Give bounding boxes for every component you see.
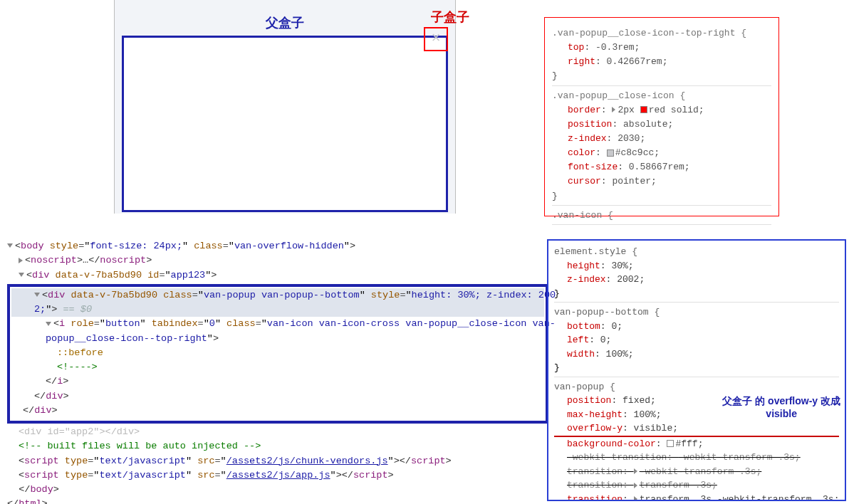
css-val: 2px — [618, 105, 640, 115]
dom-node-close[interactable]: </i> — [11, 374, 544, 389]
css-prop: -webkit-transition — [567, 452, 667, 463]
css-brace: } — [554, 288, 560, 299]
css-rule: .van-popup__close-icon--top-right { top:… — [552, 26, 771, 86]
dom-node[interactable]: <div data-v-7ba5bd90 id="app123"> — [7, 268, 548, 283]
child-box-close[interactable]: × — [424, 27, 448, 51]
css-prop: transition — [567, 466, 623, 477]
elements-panel[interactable]: <body style="font-size: 24px;" class="va… — [7, 239, 548, 504]
css-prop: position — [567, 395, 611, 406]
dom-comment[interactable]: <!-- built files will be auto injected -… — [7, 439, 548, 453]
dom-node-close[interactable]: </html> — [7, 497, 548, 504]
css-prop: z-index — [567, 274, 606, 285]
css-val: : 2030; — [607, 133, 646, 144]
css-prop: overflow-y — [567, 423, 623, 434]
css-val: : 0; — [600, 321, 623, 332]
script-src-link[interactable]: /assets2/js/app.js — [226, 470, 330, 481]
css-prop: color — [568, 147, 595, 158]
css-prop: left — [567, 335, 589, 345]
css-val: red solid; — [649, 105, 704, 115]
dom-node[interactable]: <script type="text/javascript" src="/ass… — [7, 454, 548, 468]
dom-comment[interactable]: <!----> — [11, 360, 544, 374]
parent-box: × — [122, 36, 448, 212]
css-selector: .van-popup__close-icon--top-right { — [552, 28, 746, 38]
css-val: #c8c9cc; — [615, 147, 660, 158]
css-selector: van-popup { — [554, 382, 615, 392]
css-rule: .van-popup__close-icon { border: 2px red… — [552, 89, 771, 206]
css-selector: van-popup--bottom { — [554, 307, 660, 317]
css-val: : 30%; — [600, 261, 634, 271]
close-icon: × — [431, 31, 440, 47]
expand-triangle-icon[interactable] — [19, 258, 23, 263]
css-selector: .van-icon { — [552, 210, 613, 221]
css-val: : 0.42667rem; — [595, 56, 667, 67]
dom-node[interactable]: <div id="app2"></div> — [7, 425, 548, 439]
dom-node[interactable]: <i role="button" tabindex="0" class="van… — [11, 317, 544, 331]
css-val: : visible; — [623, 423, 678, 434]
css-selector: element.style { — [554, 246, 637, 257]
dom-node-close[interactable]: </body> — [7, 483, 548, 497]
css-val: -webkit-transform .3s; — [640, 466, 762, 477]
dom-node[interactable]: <script type="text/javascript" src="/ass… — [7, 468, 548, 483]
css-prop: width — [567, 349, 595, 359]
css-prop: transition — [567, 480, 623, 490]
css-val: : 0.58667rem; — [618, 162, 689, 172]
css-rule: .van-icon { — [552, 209, 771, 225]
css-prop: right — [568, 56, 595, 67]
css-prop: position — [568, 119, 612, 130]
css-rule: element.style { height: 30%; z-index: 20… — [554, 245, 839, 303]
css-val: transform .3s,-webkit-transform .3s; — [640, 494, 840, 502]
color-swatch-icon[interactable] — [667, 440, 674, 447]
styles-panel-top[interactable]: .van-popup__close-icon--top-right { top:… — [544, 17, 779, 216]
styles-panel-bottom[interactable]: element.style { height: 30%; z-index: 20… — [547, 239, 846, 501]
css-val: -webkit-transform .3s; — [678, 452, 801, 463]
child-box-label: 子盒子 — [431, 9, 469, 26]
expand-triangle-icon[interactable] — [634, 468, 637, 474]
css-prop: transition — [567, 494, 623, 502]
css-prop: border — [568, 105, 601, 115]
css-selector: .van-popup__close-icon { — [552, 90, 685, 101]
css-prop: bottom — [567, 321, 600, 332]
css-val: : absolute; — [612, 119, 673, 130]
css-prop: max-height — [567, 409, 623, 420]
expand-triangle-icon[interactable] — [612, 107, 615, 112]
css-val: : 100%; — [623, 409, 662, 420]
css-prop: height — [567, 261, 600, 271]
expand-triangle-icon[interactable] — [634, 483, 637, 488]
highlighted-dom-block: <div data-v-7ba5bd90 class="van-popup va… — [7, 284, 548, 424]
css-val: transform .3s; — [640, 480, 717, 490]
css-val: : fixed; — [611, 395, 655, 406]
css-prop: top — [568, 42, 584, 53]
dom-node-selected[interactable]: <div data-v-7ba5bd90 class="van-popup va… — [11, 290, 556, 300]
annotation-note: 父盒子 的 overflow-y 改成 visible — [722, 394, 840, 420]
css-val: : pointer; — [601, 176, 657, 187]
css-brace: } — [554, 362, 560, 373]
dom-node-close[interactable]: </div> — [11, 404, 544, 418]
dom-pseudo[interactable]: ::before — [11, 346, 544, 360]
popup-diagram: 父盒子 子盒子 × — [114, 0, 456, 214]
css-brace: } — [552, 70, 558, 81]
parent-box-label: 父盒子 — [115, 14, 455, 31]
css-prop: background-color — [567, 439, 656, 449]
css-rule: van-popup--bottom { bottom: 0; left: 0; … — [554, 305, 839, 377]
css-prop: font-size — [568, 162, 618, 172]
collapse-triangle-icon[interactable] — [34, 293, 40, 297]
script-src-link[interactable]: /assets2/js/chunk-vendors.js — [226, 456, 388, 466]
color-swatch-icon[interactable] — [640, 106, 647, 113]
collapse-triangle-icon[interactable] — [46, 322, 51, 326]
expand-triangle-icon[interactable] — [634, 496, 637, 501]
collapse-triangle-icon[interactable] — [7, 243, 13, 248]
css-val: : 0; — [589, 335, 611, 345]
dom-node[interactable]: <noscript>…</noscript> — [7, 253, 548, 268]
css-val: #fff; — [675, 439, 703, 449]
collapse-triangle-icon[interactable] — [19, 273, 24, 277]
css-prop: cursor — [568, 176, 601, 187]
dom-node[interactable]: <body style="font-size: 24px;" class="va… — [7, 239, 548, 253]
css-brace: } — [552, 191, 558, 201]
dollar-zero-indicator: == $0 — [57, 304, 92, 315]
css-val: : 100%; — [595, 349, 634, 359]
css-val: : -0.3rem; — [584, 42, 640, 53]
dom-node-close[interactable]: </div> — [11, 389, 544, 404]
css-val: : 2002; — [606, 274, 645, 285]
color-swatch-icon[interactable] — [607, 149, 614, 157]
css-prop: z-index — [568, 133, 607, 144]
